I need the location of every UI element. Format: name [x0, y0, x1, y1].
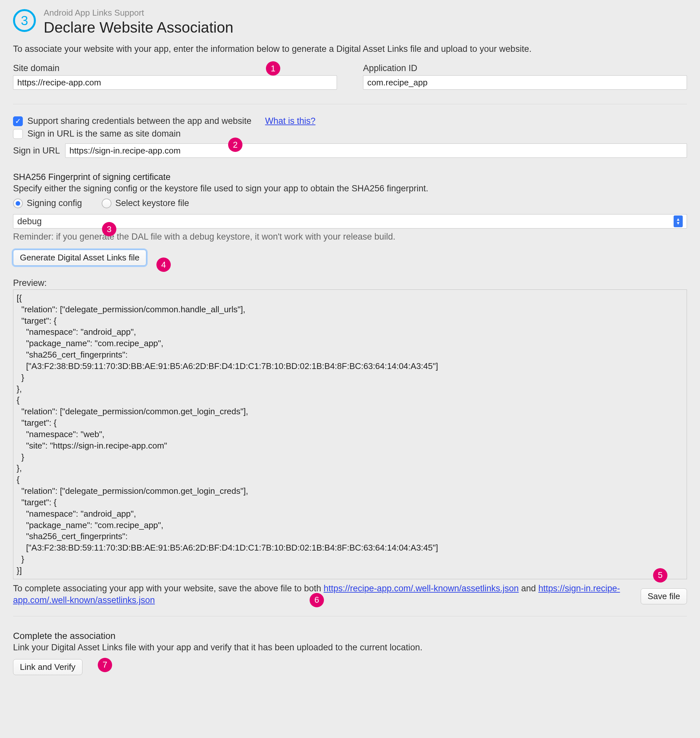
site-domain-input[interactable]: [13, 75, 337, 90]
preview-textarea[interactable]: [{ "relation": ["delegate_permission/com…: [13, 289, 687, 579]
sha-title: SHA256 Fingerprint of signing certificat…: [13, 172, 687, 182]
signing-config-select[interactable]: debug ▲▼: [13, 214, 687, 228]
sha-desc: Specify either the signing config or the…: [13, 184, 687, 194]
signin-same-checkbox[interactable]: [13, 129, 23, 139]
select-keystore-radio[interactable]: [101, 199, 112, 208]
site-domain-label: Site domain: [13, 63, 337, 73]
support-sharing-label: Support sharing credentials between the …: [27, 116, 251, 126]
application-id-label: Application ID: [363, 63, 687, 73]
signin-url-input[interactable]: [65, 143, 687, 158]
step-number-circle: 3: [13, 9, 36, 32]
select-keystore-radio-label: Select keystore file: [115, 198, 189, 208]
divider-2: [13, 616, 687, 616]
support-sharing-checkbox[interactable]: ✓: [13, 116, 23, 126]
signing-config-radio-label: Signing config: [27, 198, 82, 208]
chevron-updown-icon: ▲▼: [674, 215, 683, 227]
signing-config-radio[interactable]: [13, 199, 23, 208]
signing-config-value: debug: [17, 217, 674, 227]
complete-association-text: To complete associating your app with yo…: [13, 582, 631, 606]
preview-label: Preview:: [13, 278, 687, 288]
application-id-input[interactable]: [363, 75, 687, 90]
callout-7: 7: [98, 658, 112, 672]
what-is-this-link[interactable]: What is this?: [265, 116, 315, 126]
complete-association-title: Complete the association: [13, 631, 687, 641]
signin-url-label: Sign in URL: [13, 146, 60, 156]
generate-dal-button[interactable]: Generate Digital Asset Links file: [13, 250, 146, 266]
step-number: 3: [21, 13, 28, 28]
complete-association-desc: Link your Digital Asset Links file with …: [13, 642, 687, 653]
page-title: Declare Website Association: [44, 19, 233, 36]
reminder-text: Reminder: if you generate the DAL file w…: [13, 232, 687, 242]
link-and-verify-button[interactable]: Link and Verify: [13, 659, 82, 675]
assetlinks-link-1[interactable]: https://recipe-app.com/.well-known/asset…: [324, 583, 519, 593]
page-subtitle: Android App Links Support: [44, 8, 233, 18]
callout-4: 4: [156, 258, 171, 272]
save-file-button[interactable]: Save file: [641, 588, 687, 604]
signin-same-label: Sign in URL is the same as site domain: [27, 129, 181, 139]
intro-text: To associate your website with your app,…: [13, 44, 687, 54]
